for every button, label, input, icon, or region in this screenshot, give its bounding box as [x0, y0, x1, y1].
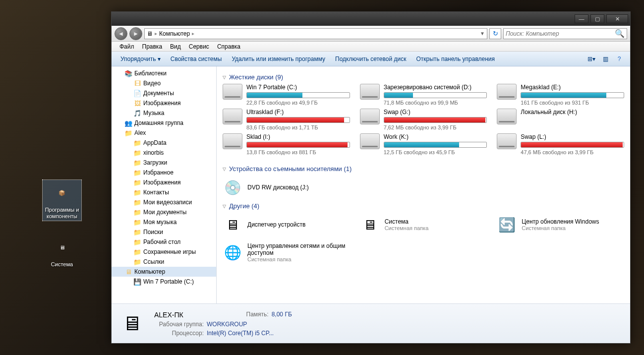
- folder-icon: 📁: [133, 139, 141, 147]
- hdd-icon: [223, 109, 242, 124]
- help-icon[interactable]: ?: [614, 54, 625, 64]
- drive-name: Swap (G:): [384, 109, 487, 116]
- nav-forward-button[interactable]: ►: [129, 27, 142, 40]
- drive-name: Зарезервировано системой (D:): [384, 84, 487, 91]
- drive-item[interactable]: Megasklad (E:)161 ГБ свободно из 931 ГБ: [497, 84, 624, 106]
- nav-back-button[interactable]: ◄: [115, 27, 127, 40]
- mem-value: 8,00 ГБ: [272, 311, 292, 319]
- other-name: Система: [385, 218, 429, 225]
- group-other[interactable]: Другие (4): [223, 199, 624, 213]
- maximize-button[interactable]: ▢: [590, 14, 604, 23]
- minimize-button[interactable]: —: [575, 14, 588, 23]
- drive-name: Win 7 Portable (C:): [246, 84, 350, 91]
- breadcrumb-item[interactable]: Компьютер: [159, 30, 190, 37]
- group-hdd[interactable]: Жесткие диски (9): [223, 70, 624, 84]
- tree-item[interactable]: 📁Избранное: [112, 168, 216, 178]
- folder-icon: 📁: [133, 218, 141, 226]
- tree-label: Рабочий стол: [143, 238, 180, 245]
- folder-icon: 🖥: [124, 268, 132, 276]
- drive-item[interactable]: Win 7 Portable (C:)22,8 ГБ свободно из 4…: [223, 84, 350, 106]
- drive-item[interactable]: Work (K:)12,5 ГБ свободно из 45,9 ГБ: [360, 133, 487, 155]
- tree-item[interactable]: 🎞Видео: [112, 78, 216, 88]
- search-input[interactable]: [506, 30, 615, 37]
- other-item[interactable]: 🖥СистемаСистемная папка: [360, 213, 487, 237]
- capacity-bar: [246, 117, 350, 123]
- tree-item[interactable]: 📁Контакты: [112, 187, 216, 197]
- addressbar-dropdown-icon[interactable]: ▼: [480, 31, 485, 36]
- sidebar[interactable]: 📚Библиотеки🎞Видео📄Документы🖼Изображения🎵…: [112, 66, 217, 303]
- drive-free: 71,8 МБ свободно из 99,9 МБ: [384, 100, 487, 106]
- menu-edit[interactable]: Правка: [138, 42, 167, 51]
- close-button[interactable]: ✕: [606, 14, 628, 23]
- tree-item[interactable]: 💾Win 7 Portable (C:): [112, 277, 216, 287]
- drive-item[interactable]: Локальный диск (H:): [497, 109, 624, 130]
- drive-name: Локальный диск (H:): [521, 109, 624, 116]
- tb-uninstall[interactable]: Удалить или изменить программу: [227, 54, 330, 64]
- menu-file[interactable]: Файл: [116, 42, 138, 51]
- dvd-drive[interactable]: 💿 DVD RW дисковод (J:): [223, 176, 624, 199]
- drive-item[interactable]: Swap (G:)7,62 МБ свободно из 3,99 ГБ: [360, 109, 487, 130]
- menu-view[interactable]: Вид: [166, 42, 185, 51]
- folder-icon: 🖼: [133, 99, 141, 107]
- tree-item[interactable]: 📁AppData: [112, 138, 216, 148]
- tb-map-drive[interactable]: Подключить сетевой диск: [330, 54, 411, 64]
- titlebar[interactable]: — ▢ ✕: [112, 12, 630, 26]
- pc-name: ALEX-ПК: [154, 311, 183, 319]
- tree-label: Сохраненные игры: [143, 248, 196, 255]
- tree-label: Мои видеозаписи: [143, 199, 192, 206]
- menu-help[interactable]: Справка: [213, 42, 244, 51]
- tree-item[interactable]: 📁xinorbis: [112, 148, 216, 158]
- search-icon[interactable]: 🔍: [615, 29, 625, 38]
- drive-name: Sklad (I:): [246, 133, 350, 140]
- system-folder-icon: 🌐: [223, 242, 242, 262]
- hdd-icon: [360, 133, 380, 149]
- desktop-icon-system[interactable]: 🖥 Система: [43, 236, 81, 268]
- view-mode-icon[interactable]: ⊞▾: [586, 54, 597, 64]
- tree-item[interactable]: 🎵Музыка: [112, 108, 216, 118]
- tree-item[interactable]: 📁Мои видеозаписи: [112, 197, 216, 207]
- preview-pane-icon[interactable]: ▥: [600, 54, 611, 64]
- details-pane: 🖥 ALEX-ПК Память: 8,00 ГБ Рабочая группа…: [112, 303, 630, 343]
- tb-system-props[interactable]: Свойства системы: [166, 54, 227, 64]
- tree-label: Контакты: [143, 189, 169, 196]
- folder-icon: 📁: [133, 149, 141, 157]
- tree-item[interactable]: 🖼Изображения: [112, 98, 216, 108]
- tree-item[interactable]: 📁Alex: [112, 128, 216, 138]
- other-item[interactable]: 🖥Диспетчер устройств: [223, 213, 350, 237]
- tree-label: Компьютер: [134, 268, 165, 275]
- drive-item[interactable]: Зарезервировано системой (D:)71,8 МБ сво…: [360, 84, 487, 106]
- other-item[interactable]: 🔄Центр обновления WindowsСистемная папка: [497, 213, 624, 237]
- group-removable[interactable]: Устройства со съемными носителями (1): [223, 162, 624, 176]
- tree-item[interactable]: 📁Мои документы: [112, 207, 216, 217]
- tree-item[interactable]: 📁Загрузки: [112, 158, 216, 168]
- drive-item[interactable]: Swap (L:)47,6 МБ свободно из 3,99 ГБ: [497, 133, 624, 155]
- tree-item[interactable]: 📁Рабочий стол: [112, 237, 216, 247]
- tree-item[interactable]: 📁Моя музыка: [112, 217, 216, 227]
- tree-label: Загрузки: [143, 159, 167, 166]
- drive-item[interactable]: Sklad (I:)13,8 ГБ свободно из 881 ГБ: [223, 133, 350, 155]
- searchbox[interactable]: 🔍: [503, 28, 627, 39]
- tb-organize[interactable]: Упорядочить ▾: [116, 54, 166, 64]
- desktop-icon-programs[interactable]: 📦 Программы и компоненты: [43, 180, 81, 221]
- menu-tools[interactable]: Сервис: [185, 42, 213, 51]
- addressbar[interactable]: 🖥 ▸ Компьютер ▸ ▼: [144, 28, 487, 39]
- hdd-icon: [497, 133, 517, 149]
- refresh-button[interactable]: ↻: [489, 28, 501, 39]
- capacity-bar: [521, 92, 624, 98]
- other-name: Центр обновления Windows: [522, 218, 599, 225]
- tree-item[interactable]: 📁Поиски: [112, 227, 216, 237]
- tree-item[interactable]: 🖥Компьютер: [112, 267, 216, 277]
- drive-item[interactable]: Ultrasklad (F:)83,6 ГБ свободно из 1,71 …: [223, 109, 350, 130]
- tree-item[interactable]: 📚Библиотеки: [112, 68, 216, 78]
- tree-item[interactable]: 📁Сохраненные игры: [112, 247, 216, 257]
- tree-item[interactable]: 📄Документы: [112, 88, 216, 98]
- capacity-bar: [384, 92, 487, 98]
- tree-label: Музыка: [143, 110, 164, 117]
- tb-control-panel[interactable]: Открыть панель управления: [411, 54, 500, 64]
- other-item[interactable]: 🌐Центр управления сетями и общим доступо…: [223, 240, 350, 264]
- tree-item[interactable]: 👥Домашняя группа: [112, 118, 216, 128]
- tree-item[interactable]: 📁Ссылки: [112, 257, 216, 267]
- tree-item[interactable]: 📁Изображения: [112, 178, 216, 187]
- folder-icon: 📁: [133, 169, 141, 177]
- main-pane[interactable]: Жесткие диски (9) Win 7 Portable (C:)22,…: [217, 66, 630, 303]
